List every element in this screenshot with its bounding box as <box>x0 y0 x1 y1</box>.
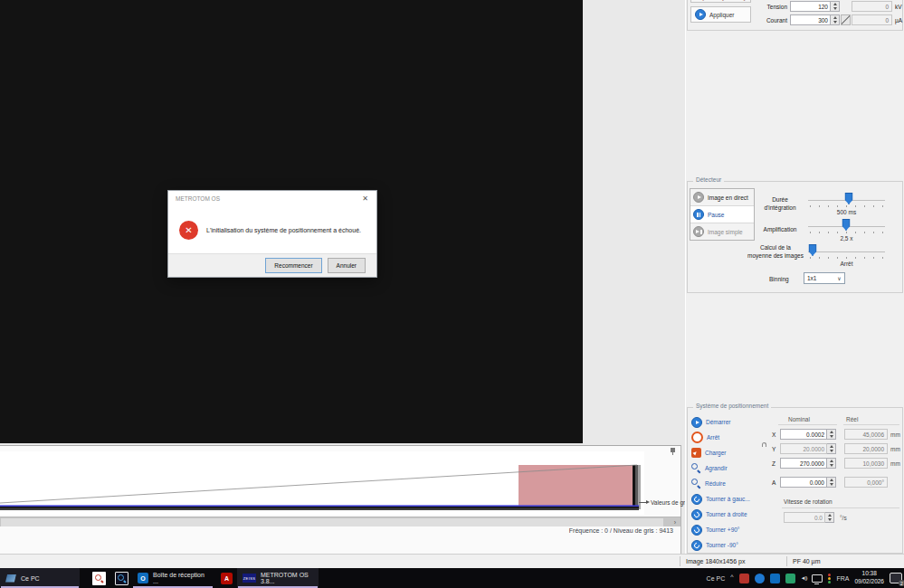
scrollbar-thumb[interactable] <box>1 518 663 526</box>
tension-field[interactable]: 120 <box>790 1 840 12</box>
axis-x-nominal[interactable]: 0.0002 <box>780 429 827 440</box>
taskbar-item-acrobat[interactable]: A <box>215 568 236 588</box>
magnifier-plus-icon <box>691 463 701 473</box>
play-icon <box>693 192 704 203</box>
slider-ticks <box>810 257 883 259</box>
pin-icon[interactable] <box>671 448 675 452</box>
axis-a-spinner[interactable] <box>827 477 836 488</box>
rotate-left-button[interactable]: Tourner à gauc... <box>691 492 757 506</box>
axis-x-nominal-field[interactable]: 0.0002 <box>780 429 836 440</box>
axis-z-nominal[interactable]: 270.0000 <box>780 458 827 469</box>
clock[interactable]: 10:38 09/02/2026 <box>854 570 884 586</box>
frequency-readout: Fréquence : 0 / Niveau de gris : 9413 <box>569 527 673 534</box>
date: 09/02/2026 <box>854 578 884 586</box>
load-icon <box>691 448 701 458</box>
axis-label: Valeurs de gr <box>651 499 685 506</box>
amplification-label: Amplification <box>757 226 804 232</box>
control-panel: Rayons X [ARRET] Appliquer Tension 120 0… <box>685 0 904 554</box>
taskbar-label: Ce PC <box>21 575 40 582</box>
integration-slider-thumb[interactable] <box>845 193 853 204</box>
axis-z-actual: 10,0030 <box>844 458 888 469</box>
play-icon <box>691 417 702 428</box>
courant-edit-button[interactable] <box>841 14 851 25</box>
tension-readout: 0 <box>852 1 892 12</box>
rotate-right-button[interactable]: Tourner à droite <box>691 507 757 521</box>
reel-header: Réel <box>846 416 858 422</box>
axis-z-spinner[interactable] <box>827 458 836 469</box>
start-button[interactable]: Démarrer <box>691 415 757 429</box>
app-tray-icon[interactable] <box>755 574 765 583</box>
histogram-scrollbar[interactable]: › <box>0 517 680 526</box>
outlook-icon: O <box>138 573 148 583</box>
amplification-slider[interactable]: 2,5 x <box>808 219 885 246</box>
zoom-in-button[interactable]: Agrandir <box>691 461 757 475</box>
rotation-speed-label: Vitesse de rotation <box>784 498 833 505</box>
integration-slider[interactable]: 500 ms <box>808 193 885 220</box>
volume-icon[interactable]: ◄)) <box>801 575 807 581</box>
antivirus-tray-icon[interactable] <box>739 574 749 583</box>
tension-value[interactable]: 120 <box>790 1 831 12</box>
grayscale-selection-region <box>519 465 636 509</box>
axis-z-label: Z <box>772 460 776 467</box>
axis-a-nominal[interactable]: 0.000 <box>780 477 827 488</box>
zoom-in-label: Agrandir <box>705 465 728 471</box>
averaging-slider-thumb[interactable] <box>809 244 817 256</box>
taskbar-item-metrotom[interactable]: ZEISS METROTOM OS 3.8... <box>237 568 319 588</box>
live-image-button[interactable]: Image en direct <box>690 189 754 206</box>
language-indicator[interactable]: FRA <box>836 575 849 582</box>
hidden-icons-chevron[interactable]: ^ <box>730 574 733 580</box>
scroll-right-button[interactable]: › <box>670 517 680 527</box>
error-icon: ✕ <box>179 221 198 240</box>
courant-field[interactable]: 300 <box>790 14 840 25</box>
taskbar-item-search-blue[interactable] <box>109 568 131 588</box>
search-icon <box>92 572 106 585</box>
courant-spinner[interactable] <box>831 14 840 25</box>
acrobat-icon: A <box>221 573 233 584</box>
apply-button[interactable]: Appliquer <box>690 6 751 23</box>
amplification-slider-thumb[interactable] <box>842 219 851 231</box>
cancel-button[interactable]: Annuler <box>328 258 366 273</box>
notifications-icon[interactable]: 2 <box>890 573 902 583</box>
zeiss-icon: ZEISS <box>243 574 256 583</box>
rotate-minus90-button[interactable]: Tourner -90° <box>691 538 757 552</box>
single-image-button[interactable]: Image simple <box>690 223 754 240</box>
courant-value[interactable]: 300 <box>790 14 831 25</box>
axis-x-spinner[interactable] <box>827 429 836 440</box>
courant-label: Courant <box>760 17 787 24</box>
axis-z-nominal-field[interactable]: 270.0000 <box>780 458 836 469</box>
load-button[interactable]: Charger <box>691 446 757 460</box>
pause-button[interactable]: Pause <box>690 206 754 223</box>
load-label: Charger <box>705 450 726 456</box>
zoom-out-button[interactable]: Réduire <box>691 477 757 490</box>
stop-button[interactable]: Arrêt <box>691 431 757 444</box>
pause-icon <box>693 209 704 220</box>
xray-status-button[interactable]: Rayons X [ARRET] <box>690 0 751 3</box>
this-pc-icon <box>5 574 16 583</box>
dialog-title-bar[interactable]: METROTOM OS ✕ <box>168 191 376 206</box>
outlook-tray-icon[interactable] <box>770 574 780 583</box>
tension-spinner[interactable] <box>831 1 840 12</box>
status-lights-icon[interactable] <box>828 574 831 583</box>
single-image-label: Image simple <box>708 229 743 235</box>
rotate-minus90-icon <box>691 540 702 551</box>
axis-y-unit: mm <box>890 446 900 452</box>
sync-tray-icon[interactable] <box>785 574 795 583</box>
rotate-left-icon <box>691 494 702 505</box>
axis-y-nominal-field: 20.0000 <box>780 443 836 454</box>
averaging-slider[interactable]: Arrêt <box>808 244 885 271</box>
chevron-down-icon: ∨ <box>834 275 844 281</box>
taskbar-item-outlook-inbox[interactable]: O Boîte de réception ... <box>132 568 214 588</box>
retry-button[interactable]: Recommencer <box>265 258 321 273</box>
close-icon[interactable]: ✕ <box>362 194 368 203</box>
taskbar-item-ce-pc[interactable]: Ce PC <box>0 568 80 588</box>
binning-dropdown[interactable]: 1x1 ∨ <box>804 272 845 284</box>
rotate-minus90-label: Tourner -90° <box>706 542 738 548</box>
network-icon[interactable] <box>812 574 823 583</box>
stop-label: Arrêt <box>707 434 719 441</box>
taskbar-item-search-red[interactable] <box>87 568 109 588</box>
axis-a-nominal-field[interactable]: 0.000 <box>780 477 836 488</box>
xray-group: Rayons X [ARRET] Appliquer Tension 120 0… <box>687 0 903 31</box>
error-dialog: METROTOM OS ✕ ✕ L'initialisation du syst… <box>167 190 377 278</box>
rotate-plus90-button[interactable]: Tourner +90° <box>691 523 757 536</box>
binning-value: 1x1 <box>804 275 834 281</box>
